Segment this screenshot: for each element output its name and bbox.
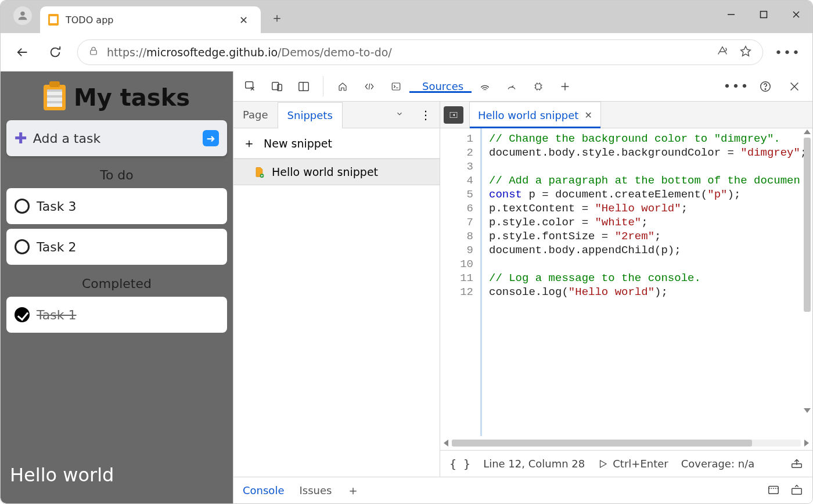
favorite-icon[interactable] [739, 45, 752, 60]
back-button[interactable] [12, 42, 33, 63]
url-text: https://microsoftedge.github.io/Demos/de… [107, 46, 708, 59]
window-titlebar: TODO app ✕ ＋ [1, 1, 812, 33]
snippet-list-item[interactable]: Hello world snippet [233, 159, 440, 185]
cursor-position: Line 12, Column 28 [483, 458, 585, 470]
devtools-close-button[interactable] [781, 80, 808, 93]
svg-rect-27 [536, 84, 541, 89]
devtools-drawer: Console Issues ＋ [233, 477, 812, 503]
svg-rect-9 [246, 81, 253, 88]
window-maximize-button[interactable] [747, 1, 780, 28]
svg-rect-6 [91, 51, 97, 55]
editor-tab[interactable]: Hello world snippet ✕ [469, 102, 601, 128]
pretty-print-button[interactable]: { } [449, 457, 470, 471]
new-tab-button[interactable]: ＋ [265, 6, 289, 30]
task-checkbox[interactable] [15, 239, 30, 254]
submit-task-button[interactable]: ➜ [203, 130, 219, 146]
vertical-scrollbar[interactable] [803, 129, 811, 413]
dock-side-icon[interactable] [290, 80, 317, 93]
tab-console[interactable] [383, 80, 409, 93]
devtools-panel: Sources ••• Page Snippets ⋮ [233, 71, 812, 503]
page-title: My tasks [6, 84, 227, 111]
read-aloud-icon[interactable] [716, 45, 729, 60]
drawer-tab-issues[interactable]: Issues [299, 484, 332, 496]
run-snippet-hint[interactable]: Ctrl+Enter [598, 458, 668, 470]
browser-menu-button[interactable]: ••• [775, 45, 801, 60]
tab-elements[interactable] [356, 80, 383, 93]
toggle-navigator-button[interactable] [444, 106, 463, 124]
device-toggle-icon[interactable] [264, 80, 290, 93]
navigator-more-button[interactable]: ⋮ [412, 108, 440, 122]
section-done-label: Completed [6, 276, 227, 291]
devtools-help-button[interactable] [752, 80, 779, 93]
task-checkbox[interactable] [15, 199, 30, 214]
svg-line-14 [369, 83, 370, 89]
drawer-add-tab-button[interactable]: ＋ [347, 482, 359, 499]
svg-rect-49 [769, 486, 779, 494]
drawer-tab-console[interactable]: Console [243, 484, 284, 496]
add-task-input[interactable]: ✚ Add a task ➜ [6, 120, 227, 156]
tab-sources[interactable]: Sources [409, 80, 472, 92]
editor-status-bar: { } Line 12, Column 28 Ctrl+Enter Covera… [440, 450, 812, 477]
task-row[interactable]: Task 1 [6, 297, 227, 333]
task-checkbox[interactable] [15, 307, 30, 322]
navigator-tab-snippets[interactable]: Snippets [278, 102, 343, 128]
tab-welcome[interactable] [329, 80, 356, 93]
sources-navigator: Page Snippets ⋮ ＋ New snippet Hello worl… [233, 102, 440, 477]
plus-icon: ＋ [243, 135, 256, 152]
window-minimize-button[interactable] [715, 1, 747, 28]
window-close-button[interactable] [780, 1, 812, 28]
svg-marker-8 [741, 46, 751, 56]
svg-point-0 [20, 12, 24, 16]
navigator-tab-page[interactable]: Page [233, 102, 278, 128]
address-bar: https://microsoftedge.github.io/Demos/de… [1, 33, 812, 71]
url-field[interactable]: https://microsoftedge.github.io/Demos/de… [77, 39, 763, 65]
svg-rect-12 [299, 82, 309, 91]
svg-rect-2 [761, 12, 767, 18]
drawer-errors-icon[interactable] [767, 483, 780, 498]
task-row[interactable]: Task 2 [6, 229, 227, 265]
svg-rect-15 [392, 83, 400, 90]
tab-network[interactable] [472, 80, 498, 93]
coverage-status: Coverage: n/a [681, 458, 755, 470]
snippet-file-icon [253, 166, 265, 178]
devtools-more-button[interactable]: ••• [723, 79, 750, 93]
devtools-toolbar: Sources ••• [233, 71, 812, 102]
refresh-button[interactable] [45, 42, 66, 63]
rendered-page: My tasks ✚ Add a task ➜ To do Task 3Task… [1, 71, 233, 503]
add-task-placeholder: Add a task [33, 131, 100, 146]
inspect-element-icon[interactable] [237, 80, 264, 93]
svg-rect-51 [792, 488, 802, 494]
svg-point-39 [765, 88, 765, 89]
close-editor-tab-icon[interactable]: ✕ [584, 110, 592, 121]
plus-icon: ✚ [15, 129, 27, 147]
task-row[interactable]: Task 3 [6, 188, 227, 224]
browser-tab[interactable]: TODO app ✕ [40, 6, 261, 33]
clipboard-favicon [48, 14, 59, 26]
svg-marker-46 [600, 460, 607, 467]
horizontal-scrollbar[interactable] [440, 436, 812, 450]
svg-marker-45 [453, 114, 455, 116]
task-label: Task 2 [37, 240, 76, 254]
tab-memory[interactable] [525, 80, 552, 93]
clipboard-icon [44, 85, 66, 110]
code-content[interactable]: // Change the background color to "dimgr… [480, 128, 812, 436]
injected-paragraph: Hello world [6, 458, 227, 498]
close-tab-icon[interactable]: ✕ [235, 12, 253, 28]
navigator-overflow-chevron[interactable] [387, 109, 412, 120]
more-tabs-button[interactable] [552, 80, 578, 93]
task-label: Task 1 [37, 308, 76, 322]
code-editor[interactable]: 123456789101112 // Change the background… [440, 128, 812, 436]
profile-avatar[interactable] [13, 6, 32, 25]
line-gutter: 123456789101112 [440, 128, 482, 436]
drawer-expand-icon[interactable] [790, 483, 803, 498]
new-snippet-button[interactable]: ＋ New snippet [233, 128, 440, 159]
lock-icon [88, 46, 99, 59]
tab-performance[interactable] [498, 80, 525, 93]
section-todo-label: To do [6, 168, 227, 182]
tab-title: TODO app [66, 15, 235, 26]
sources-editor: Hello world snippet ✕ 123456789101112 //… [440, 102, 812, 477]
load-file-button[interactable] [790, 456, 803, 471]
task-label: Task 3 [37, 199, 76, 214]
